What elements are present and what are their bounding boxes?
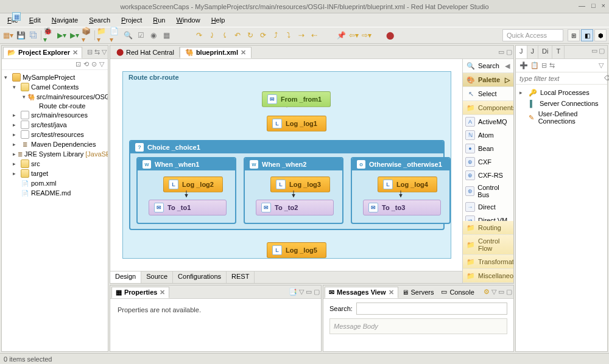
- pal-cxfrs[interactable]: ⊕CXF-RS: [463, 169, 513, 182]
- perspective-fuse[interactable]: ◧: [581, 29, 593, 41]
- tab-config[interactable]: Configurations: [173, 271, 227, 283]
- minimize-icon[interactable]: —: [579, 2, 585, 9]
- node-from[interactable]: ✉From _from1: [262, 91, 331, 107]
- tree-src-test-res[interactable]: ▸src/test/resources: [2, 130, 108, 139]
- debug-icon[interactable]: 🐞▾: [43, 30, 54, 41]
- tree-readme[interactable]: 📄README.md: [2, 188, 108, 198]
- step10-icon[interactable]: ⇠: [309, 30, 320, 41]
- tab-blueprint[interactable]: 🐫blueprint.xml ✕: [180, 47, 252, 58]
- node-to3[interactable]: ✉To _to3: [363, 200, 441, 215]
- ext2-icon[interactable]: ▦: [161, 30, 172, 41]
- tree-maven-deps[interactable]: ▸≣Maven Dependencies: [2, 139, 108, 149]
- filter-input[interactable]: [519, 74, 604, 82]
- tree-jre[interactable]: ▸≣JRE System Library [JavaSE-1.8: [2, 149, 108, 159]
- jmx-server-conn[interactable]: ▌Server Connections: [518, 98, 605, 109]
- frame-choice[interactable]: ?Choice _choice1 wWhen _when1 LLog _log2…: [129, 140, 445, 230]
- palette-select[interactable]: ↖Select: [463, 87, 513, 101]
- messages-tab[interactable]: ✉ Messages View ✕: [325, 287, 398, 298]
- view-menu-icon[interactable]: ▽: [102, 48, 107, 56]
- r-menu-icon[interactable]: ▽: [599, 61, 604, 69]
- step6-icon[interactable]: ⟳: [258, 30, 269, 41]
- redhat-icon[interactable]: ⬤: [384, 30, 395, 41]
- pal-direct[interactable]: →Direct: [463, 200, 513, 214]
- pin-icon[interactable]: 📌: [336, 30, 347, 41]
- project-explorer-tab[interactable]: 📂 Project Explorer ✕: [3, 47, 82, 58]
- pal-activemq[interactable]: AActiveMQ: [463, 115, 513, 128]
- tab-rest[interactable]: REST: [227, 271, 255, 283]
- tree-target[interactable]: ▸target: [2, 169, 108, 178]
- rtab-t[interactable]: T: [552, 46, 565, 58]
- node-log4[interactable]: LLog _log4: [378, 177, 437, 192]
- pal-bean[interactable]: ●Bean: [463, 142, 513, 155]
- menu-navigate[interactable]: Navigate: [47, 15, 83, 25]
- open-perspective[interactable]: ⊞: [568, 29, 580, 41]
- maximize-icon[interactable]: □: [591, 2, 596, 9]
- frame-when2[interactable]: wWhen _when2 LLog _log3 ✉To _to2: [244, 157, 343, 224]
- props-expand-icon[interactable]: 📑: [289, 288, 297, 296]
- msg-menu-icon[interactable]: ▽: [491, 288, 496, 296]
- clear-filter-icon[interactable]: ⌫: [604, 74, 609, 82]
- pal-cxf[interactable]: ⊕CXF: [463, 155, 513, 169]
- tab-design[interactable]: Design: [110, 271, 141, 283]
- palette-controlflow[interactable]: 📁Control Flow: [463, 235, 513, 255]
- node-to2[interactable]: ✉To _to2: [256, 200, 334, 215]
- new-icon[interactable]: ▦▾: [2, 30, 13, 41]
- frame-when1[interactable]: wWhen _when1 LLog _log2 ✉To _to1: [136, 157, 236, 224]
- save-icon[interactable]: 💾: [15, 30, 26, 41]
- tree-src[interactable]: ▸src: [2, 159, 108, 169]
- node-to1[interactable]: ✉To _to1: [149, 200, 227, 215]
- tree-src-main[interactable]: ▸src/main/resources: [2, 110, 108, 120]
- runext-icon[interactable]: ▶▾: [69, 30, 80, 41]
- msg-config-icon[interactable]: ⚙: [484, 288, 490, 296]
- node-log5[interactable]: LLog _log5: [267, 242, 326, 258]
- props-max-icon[interactable]: ▢: [314, 288, 320, 296]
- console-tab[interactable]: ▭ Console: [437, 287, 477, 297]
- jmx-local[interactable]: ▸🔑Local Processes: [518, 87, 605, 98]
- rtab-j2[interactable]: J: [527, 46, 539, 58]
- design-canvas[interactable]: Route cbr-route ✉From _from1 LLog _log1: [110, 59, 462, 271]
- step-icon[interactable]: ↷: [194, 30, 205, 41]
- r-copy-icon[interactable]: 📋: [530, 61, 539, 69]
- tab-source[interactable]: Source: [141, 271, 173, 283]
- task-icon[interactable]: ☑: [135, 30, 146, 41]
- tree-camel-contexts[interactable]: ▾Camel Contexts: [2, 82, 108, 92]
- pal-controlbus[interactable]: ⊛Control Bus: [463, 182, 513, 200]
- search-tb-icon[interactable]: 🔍: [122, 30, 133, 41]
- node-log1[interactable]: LLog _log1: [267, 116, 326, 131]
- msg-search-input[interactable]: [356, 303, 507, 315]
- tree-pom[interactable]: 📄pom.xml: [2, 178, 108, 188]
- step9-icon[interactable]: ⇢: [296, 30, 307, 41]
- tree-project[interactable]: ▾MySampleProject: [2, 72, 108, 82]
- tree-src-test-java[interactable]: ▸src/test/java: [2, 120, 108, 130]
- palette-misc[interactable]: 📁Miscellaneous: [463, 269, 513, 283]
- tab-redhat-central[interactable]: ⬤Red Hat Central: [111, 47, 180, 57]
- perspective-jboss[interactable]: ⬢: [594, 29, 607, 41]
- close-icon[interactable]: ×: [602, 2, 605, 9]
- jmx-user-conn[interactable]: ✎User-Defined Connections: [518, 109, 605, 126]
- step8-icon[interactable]: ⤵: [283, 30, 294, 41]
- menu-project[interactable]: Project: [116, 15, 147, 25]
- fwd-icon[interactable]: ⇨▾: [361, 30, 372, 41]
- step7-icon[interactable]: ⤴: [270, 30, 281, 41]
- package-icon[interactable]: 📦▾: [82, 30, 93, 41]
- menu-search[interactable]: Search: [84, 15, 115, 25]
- menu2-icon[interactable]: ▽: [99, 60, 104, 68]
- r-new-icon[interactable]: ➕: [519, 61, 528, 69]
- tree-camel-route[interactable]: ▦Route cbr-route: [2, 102, 108, 110]
- rtab-j1[interactable]: J: [516, 46, 527, 58]
- frame-otherwise[interactable]: oOtherwise _otherwise1 LLog _log4 ✉To _t…: [351, 157, 451, 224]
- r-max-icon[interactable]: ▢: [599, 47, 605, 57]
- run-icon[interactable]: ▶▾: [56, 30, 67, 41]
- sync-icon[interactable]: ⟲: [83, 60, 89, 68]
- r-collapse-icon[interactable]: ⊟: [541, 61, 547, 69]
- editor-min-icon[interactable]: ▭: [498, 48, 504, 56]
- menu-edit[interactable]: Edit: [24, 15, 46, 25]
- ext-icon[interactable]: ◉: [148, 30, 159, 41]
- node-log3[interactable]: LLog _log3: [270, 177, 330, 192]
- palette-routing[interactable]: 📁Routing: [463, 221, 513, 235]
- newproj-icon[interactable]: 📁▾: [97, 30, 108, 41]
- tree-camel-file[interactable]: ▾🐫src/main/resources/OSGI-IN: [2, 92, 108, 102]
- pal-directvm[interactable]: ⇒Direct VM: [463, 214, 513, 221]
- pal-atom[interactable]: ℕAtom: [463, 128, 513, 142]
- step5-icon[interactable]: ↻: [245, 30, 256, 41]
